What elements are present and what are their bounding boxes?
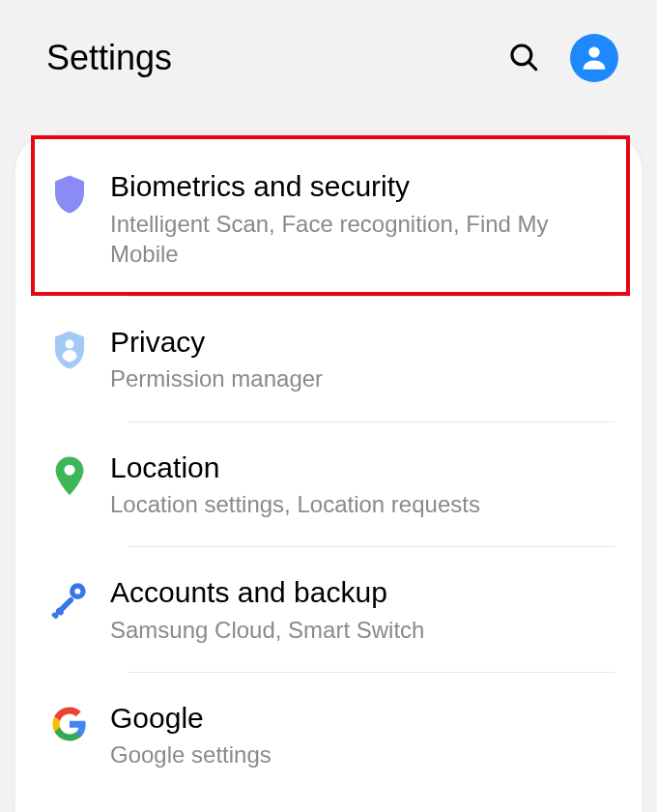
header: Settings [0,0,657,116]
row-subtitle: Google settings [110,740,613,769]
row-title: Google [110,700,613,737]
key-icon [43,574,97,619]
row-biometrics-security[interactable]: Biometrics and security Intelligent Scan… [15,141,642,296]
row-title: Biometrics and security [110,168,613,205]
search-button[interactable] [504,39,543,77]
row-title: Accounts and backup [110,574,613,611]
row-text: Privacy Permission manager [97,324,613,394]
row-text: Location Location settings, Location req… [97,450,613,520]
row-text: Biometrics and security Intelligent Scan… [97,168,613,269]
row-title: Privacy [110,324,613,361]
svg-line-1 [528,61,536,69]
row-subtitle: Samsung Cloud, Smart Switch [110,615,613,645]
row-location[interactable]: Location Location settings, Location req… [15,422,642,547]
profile-button[interactable] [570,34,618,82]
row-subtitle: Permission manager [110,363,613,393]
page-title: Settings [46,38,172,78]
row-subtitle: Intelligent Scan, Face recognition, Find… [110,209,613,269]
svg-point-3 [66,339,74,348]
row-accounts-backup[interactable]: Accounts and backup Samsung Cloud, Smart… [15,547,642,672]
settings-card: Biometrics and security Intelligent Scan… [15,135,642,812]
row-text: Google Google settings [97,700,613,770]
privacy-shield-icon [43,324,97,370]
svg-rect-7 [55,596,75,617]
location-pin-icon [43,450,97,498]
svg-point-6 [74,589,80,594]
row-text: Accounts and backup Samsung Cloud, Smart… [97,574,613,645]
row-subtitle: Location settings, Location requests [110,489,613,519]
row-title: Location [110,450,613,486]
svg-point-2 [588,46,599,57]
row-google[interactable]: Google Google settings [15,673,642,780]
row-privacy[interactable]: Privacy Permission manager [15,297,642,421]
svg-point-4 [65,464,75,475]
profile-icon [578,41,611,76]
header-actions [504,34,618,82]
shield-icon [43,168,97,215]
google-icon [43,700,97,742]
search-icon [507,41,540,76]
